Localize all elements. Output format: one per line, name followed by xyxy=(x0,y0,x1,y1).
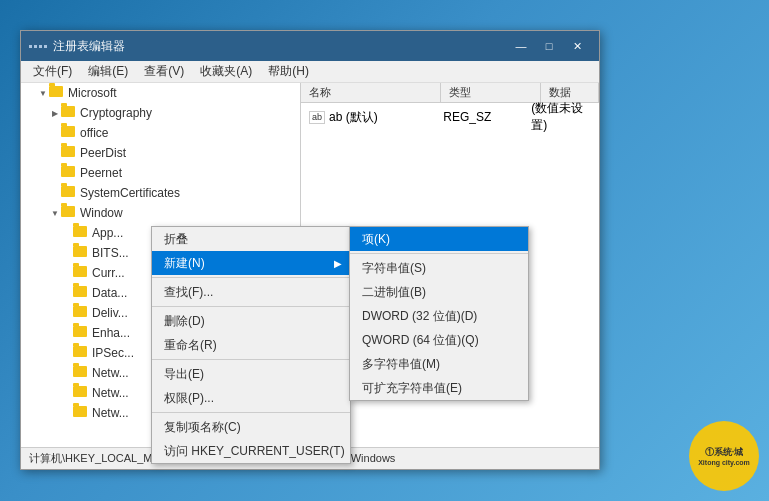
tree-label-netw3: Netw... xyxy=(92,406,129,420)
tree-item-office[interactable]: ▶ office xyxy=(21,123,300,143)
folder-icon-ipsec xyxy=(73,346,89,360)
reg-entry-data: (数值未设置) xyxy=(531,100,591,134)
submenu-item-expandstring[interactable]: 可扩充字符串值(E) xyxy=(350,376,528,400)
submenu-item-multistring[interactable]: 多字符串值(M) xyxy=(350,352,528,376)
ctx-new-arrow: ▶ xyxy=(334,258,342,269)
folder-icon-data xyxy=(73,286,89,300)
folder-icon-office xyxy=(61,126,77,140)
submenu: 项(K) 字符串值(S) 二进制值(B) DWORD (32 位值)(D) QW… xyxy=(349,226,529,401)
submenu-item-dword[interactable]: DWORD (32 位值)(D) xyxy=(350,304,528,328)
folder-icon-app xyxy=(73,226,89,240)
submenu-item-key[interactable]: 项(K) xyxy=(350,227,528,251)
menu-view[interactable]: 查看(V) xyxy=(136,61,192,82)
tree-label-bits: BITS... xyxy=(92,246,129,260)
expand-arrow-windows: ▼ xyxy=(49,207,61,219)
ctx-separator-3 xyxy=(152,359,350,360)
folder-icon-systemcerts xyxy=(61,186,77,200)
minimize-button[interactable]: — xyxy=(507,36,535,56)
ab-icon: ab xyxy=(309,111,325,124)
tree-label-enha: Enha... xyxy=(92,326,130,340)
tree-label-microsoft: Microsoft xyxy=(68,86,117,100)
ctx-separator-2 xyxy=(152,306,350,307)
reg-entry-type: REG_SZ xyxy=(443,110,531,124)
ctx-copy-name[interactable]: 复制项名称(C) xyxy=(152,415,350,439)
ctx-new[interactable]: 新建(N) ▶ xyxy=(152,251,350,275)
tree-item-systemcerts[interactable]: ▶ SystemCertificates xyxy=(21,183,300,203)
tree-item-peernet[interactable]: ▶ Peernet xyxy=(21,163,300,183)
col-header-name: 名称 xyxy=(301,83,441,102)
folder-icon-windows xyxy=(61,206,77,220)
tree-label-deliv: Deliv... xyxy=(92,306,128,320)
ctx-export[interactable]: 导出(E) xyxy=(152,362,350,386)
tree-label-ipsec: IPSec... xyxy=(92,346,134,360)
registry-editor-window: 注册表编辑器 — □ ✕ 文件(F) 编辑(E) 查看(V) 收藏夹(A) 帮助… xyxy=(20,30,600,470)
ctx-separator-1 xyxy=(152,277,350,278)
context-menu: 折叠 新建(N) ▶ 查找(F)... 删除(D) 重命名(R) 导出(E) 权… xyxy=(151,226,351,464)
ctx-separator-4 xyxy=(152,412,350,413)
expand-arrow-cryptography: ▶ xyxy=(49,107,61,119)
watermark: ①系统·城 Xitong city.com xyxy=(689,421,759,491)
window-title: 注册表编辑器 xyxy=(53,38,507,55)
watermark-line2: Xitong city.com xyxy=(698,459,750,466)
ctx-find[interactable]: 查找(F)... xyxy=(152,280,350,304)
tree-item-peerdist[interactable]: ▶ PeerDist xyxy=(21,143,300,163)
folder-icon-deliv xyxy=(73,306,89,320)
tree-item-microsoft[interactable]: ▼ Microsoft xyxy=(21,83,300,103)
folder-icon-enha xyxy=(73,326,89,340)
menu-favorites[interactable]: 收藏夹(A) xyxy=(192,61,260,82)
title-controls: — □ ✕ xyxy=(507,36,591,56)
folder-icon-netw2 xyxy=(73,386,89,400)
menu-help[interactable]: 帮助(H) xyxy=(260,61,317,82)
folder-icon-microsoft xyxy=(49,86,65,100)
tree-label-windows: Window xyxy=(80,206,123,220)
reg-entry-default: ab ab (默认) REG_SZ (数值未设置) xyxy=(305,107,595,127)
submenu-separator xyxy=(350,253,528,254)
desktop: 注册表编辑器 — □ ✕ 文件(F) 编辑(E) 查看(V) 收藏夹(A) 帮助… xyxy=(0,0,769,501)
maximize-button[interactable]: □ xyxy=(535,36,563,56)
tree-label-cryptography: Cryptography xyxy=(80,106,152,120)
ctx-rename[interactable]: 重命名(R) xyxy=(152,333,350,357)
tree-label-peerdist: PeerDist xyxy=(80,146,126,160)
menu-file[interactable]: 文件(F) xyxy=(25,61,80,82)
reg-entry-name: ab (默认) xyxy=(329,109,443,126)
ctx-collapse[interactable]: 折叠 xyxy=(152,227,350,251)
folder-icon-peerdist xyxy=(61,146,77,160)
menu-edit[interactable]: 编辑(E) xyxy=(80,61,136,82)
tree-label-systemcerts: SystemCertificates xyxy=(80,186,180,200)
col-header-type: 类型 xyxy=(441,83,541,102)
tree-item-windows[interactable]: ▼ Window xyxy=(21,203,300,223)
tree-item-cryptography[interactable]: ▶ Cryptography xyxy=(21,103,300,123)
title-bar-icon xyxy=(29,45,47,48)
folder-icon-cryptography xyxy=(61,106,77,120)
title-bar: 注册表编辑器 — □ ✕ xyxy=(21,31,599,61)
ctx-delete[interactable]: 删除(D) xyxy=(152,309,350,333)
submenu-item-string[interactable]: 字符串值(S) xyxy=(350,256,528,280)
close-button[interactable]: ✕ xyxy=(563,36,591,56)
folder-icon-curr xyxy=(73,266,89,280)
expand-arrow-microsoft: ▼ xyxy=(37,87,49,99)
tree-label-app: App... xyxy=(92,226,123,240)
submenu-item-qword[interactable]: QWORD (64 位值)(Q) xyxy=(350,328,528,352)
folder-icon-netw1 xyxy=(73,366,89,380)
submenu-item-binary[interactable]: 二进制值(B) xyxy=(350,280,528,304)
ctx-permissions[interactable]: 权限(P)... xyxy=(152,386,350,410)
folder-icon-netw3 xyxy=(73,406,89,420)
folder-icon-peernet xyxy=(61,166,77,180)
watermark-line1: ①系统·城 xyxy=(705,446,744,459)
tree-label-curr: Curr... xyxy=(92,266,125,280)
menu-bar: 文件(F) 编辑(E) 查看(V) 收藏夹(A) 帮助(H) xyxy=(21,61,599,83)
tree-label-netw1: Netw... xyxy=(92,366,129,380)
tree-label-data: Data... xyxy=(92,286,127,300)
tree-label-peernet: Peernet xyxy=(80,166,122,180)
ctx-access-user[interactable]: 访问 HKEY_CURRENT_USER(T) xyxy=(152,439,350,463)
folder-icon-bits xyxy=(73,246,89,260)
tree-label-office: office xyxy=(80,126,108,140)
tree-label-netw2: Netw... xyxy=(92,386,129,400)
